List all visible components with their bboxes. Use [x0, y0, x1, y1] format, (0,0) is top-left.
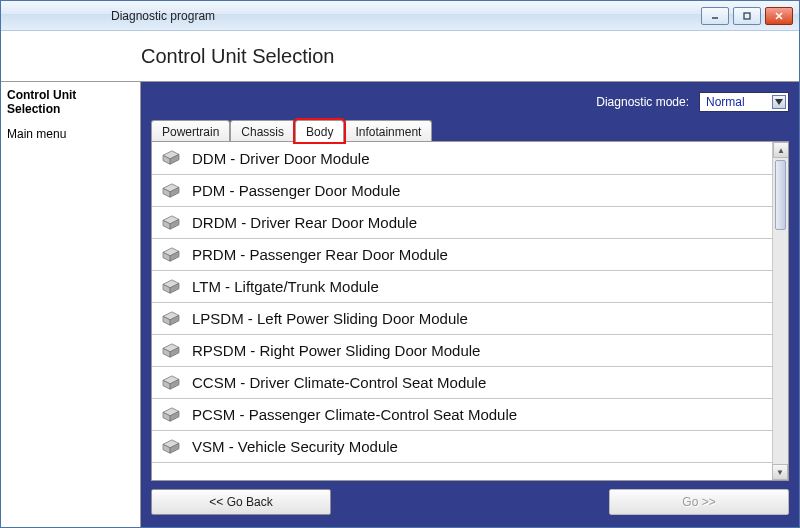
titlebar: Diagnostic program	[1, 1, 799, 31]
module-label: LTM - Liftgate/Trunk Module	[192, 278, 379, 295]
ecu-icon	[160, 279, 182, 295]
page-title: Control Unit Selection	[141, 45, 334, 68]
svg-marker-4	[775, 99, 783, 105]
diagnostic-mode-value: Normal	[706, 95, 745, 109]
ecu-icon	[160, 215, 182, 231]
ecu-icon	[160, 343, 182, 359]
go-back-button[interactable]: << Go Back	[151, 489, 331, 515]
ecu-icon	[160, 183, 182, 199]
module-label: PRDM - Passenger Rear Door Module	[192, 246, 448, 263]
module-label: PCSM - Passenger Climate-Control Seat Mo…	[192, 406, 517, 423]
module-row[interactable]: CCSM - Driver Climate-Control Seat Modul…	[152, 367, 772, 399]
maximize-icon	[742, 11, 752, 21]
tab-powertrain[interactable]: Powertrain	[151, 120, 230, 142]
ecu-icon	[160, 439, 182, 455]
module-label: DRDM - Driver Rear Door Module	[192, 214, 417, 231]
window-title: Diagnostic program	[111, 9, 215, 23]
go-button[interactable]: Go >>	[609, 489, 789, 515]
module-row[interactable]: DDM - Driver Door Module	[152, 142, 772, 175]
module-label: LPSDM - Left Power Sliding Door Module	[192, 310, 468, 327]
window-buttons	[701, 7, 799, 25]
svg-rect-1	[744, 13, 750, 19]
sidebar-item-main-menu[interactable]: Main menu	[7, 127, 134, 141]
sidebar-breadcrumb: Control Unit Selection	[7, 88, 134, 117]
module-row[interactable]: LPSDM - Left Power Sliding Door Module	[152, 303, 772, 335]
module-row[interactable]: PRDM - Passenger Rear Door Module	[152, 239, 772, 271]
diagnostic-mode-row: Diagnostic mode: Normal	[151, 90, 789, 114]
app-window: Diagnostic program Control Unit Selectio…	[0, 0, 800, 528]
module-row[interactable]: DRDM - Driver Rear Door Module	[152, 207, 772, 239]
module-label: CCSM - Driver Climate-Control Seat Modul…	[192, 374, 486, 391]
module-row[interactable]: PCSM - Passenger Climate-Control Seat Mo…	[152, 399, 772, 431]
ecu-icon	[160, 150, 182, 166]
maximize-button[interactable]	[733, 7, 761, 25]
module-label: VSM - Vehicle Security Module	[192, 438, 398, 455]
scrollbar[interactable]: ▲ ▼	[772, 142, 788, 480]
body-row: Control Unit Selection Main menu Diagnos…	[1, 81, 799, 527]
module-row[interactable]: VSM - Vehicle Security Module	[152, 431, 772, 463]
ecu-icon	[160, 311, 182, 327]
module-label: RPSDM - Right Power Sliding Door Module	[192, 342, 480, 359]
scroll-up-button[interactable]: ▲	[773, 142, 789, 158]
scroll-thumb[interactable]	[775, 160, 786, 230]
ecu-icon	[160, 247, 182, 263]
module-row[interactable]: RPSDM - Right Power Sliding Door Module	[152, 335, 772, 367]
diagnostic-mode-label: Diagnostic mode:	[596, 95, 689, 109]
tab-body[interactable]: Body	[295, 120, 344, 142]
module-list: DDM - Driver Door Module PDM - Passenger…	[151, 141, 789, 481]
module-label: PDM - Passenger Door Module	[192, 182, 400, 199]
ecu-icon	[160, 407, 182, 423]
button-row: << Go Back Go >>	[151, 489, 789, 517]
scroll-down-button[interactable]: ▼	[772, 464, 788, 480]
diagnostic-mode-select[interactable]: Normal	[699, 92, 789, 112]
module-row[interactable]: LTM - Liftgate/Trunk Module	[152, 271, 772, 303]
page-header: Control Unit Selection	[1, 31, 799, 81]
module-label: DDM - Driver Door Module	[192, 150, 370, 167]
sidebar: Control Unit Selection Main menu	[1, 82, 141, 527]
close-icon	[774, 11, 784, 21]
chevron-down-icon	[772, 95, 786, 109]
ecu-icon	[160, 375, 182, 391]
minimize-icon	[710, 11, 720, 21]
minimize-button[interactable]	[701, 7, 729, 25]
tab-chassis[interactable]: Chassis	[230, 120, 295, 142]
tab-strip: Powertrain Chassis Body Infotainment	[151, 120, 789, 142]
main-panel: Diagnostic mode: Normal Powertrain Chass…	[141, 82, 799, 527]
tab-infotainment[interactable]: Infotainment	[344, 120, 432, 142]
module-row[interactable]: PDM - Passenger Door Module	[152, 175, 772, 207]
close-button[interactable]	[765, 7, 793, 25]
